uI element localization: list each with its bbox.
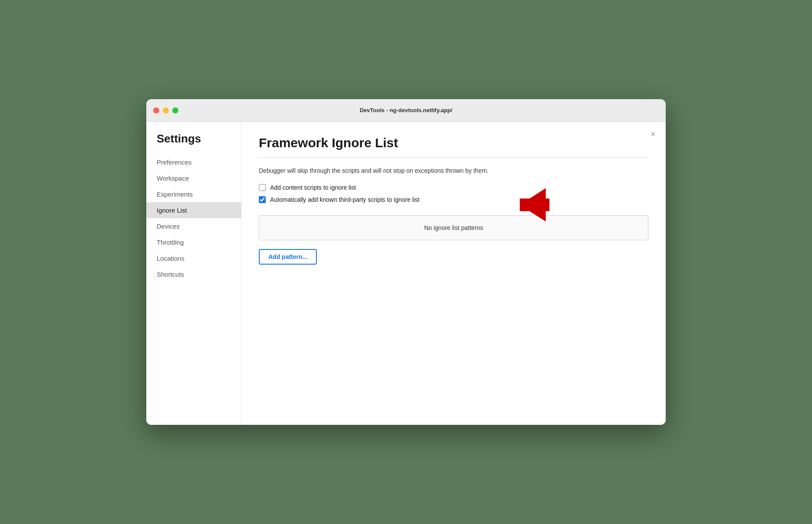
sidebar-item-workspace[interactable]: Workspace — [146, 170, 241, 186]
add-content-scripts-label: Add content scripts to ignore list — [270, 184, 356, 191]
sidebar-item-ignore-list[interactable]: Ignore List — [146, 202, 241, 218]
settings-window: DevTools - ng-devtools.netlify.app/ Sett… — [146, 99, 666, 425]
auto-add-third-party-label: Automatically add known third-party scri… — [270, 196, 419, 203]
add-pattern-button[interactable]: Add pattern... — [259, 249, 317, 265]
window-title: DevTools - ng-devtools.netlify.app/ — [360, 107, 452, 113]
close-button[interactable]: × — [651, 130, 655, 138]
maximize-traffic-light[interactable] — [172, 107, 178, 113]
sidebar-item-throttling[interactable]: Throttling — [146, 234, 241, 250]
add-content-scripts-checkbox[interactable] — [259, 184, 266, 191]
checkbox-row-wrapper: Automatically add known third-party scri… — [259, 196, 419, 208]
minimize-traffic-light[interactable] — [163, 107, 169, 113]
checkbox-row-content-scripts: Add content scripts to ignore list — [259, 184, 648, 191]
titlebar: DevTools - ng-devtools.netlify.app/ — [146, 99, 666, 122]
sidebar-item-locations[interactable]: Locations — [146, 250, 241, 266]
page-title: Framework Ignore List — [259, 136, 648, 150]
close-traffic-light[interactable] — [153, 107, 159, 113]
sidebar-item-shortcuts[interactable]: Shortcuts — [146, 266, 241, 282]
sidebar-item-devices[interactable]: Devices — [146, 218, 241, 234]
auto-add-third-party-checkbox[interactable] — [259, 196, 266, 203]
sidebar-item-experiments[interactable]: Experiments — [146, 186, 241, 202]
section-description: Debugger will skip through the scripts a… — [259, 166, 648, 175]
checkbox-row-third-party: Automatically add known third-party scri… — [259, 196, 419, 203]
patterns-empty-box: No ignore list patterns — [259, 215, 648, 240]
patterns-empty-text: No ignore list patterns — [424, 224, 483, 231]
window-body: Settings Preferences Workspace Experimen… — [146, 122, 666, 425]
traffic-lights — [153, 107, 178, 113]
sidebar: Settings Preferences Workspace Experimen… — [146, 122, 242, 425]
sidebar-item-preferences[interactable]: Preferences — [146, 154, 241, 170]
main-content: × Framework Ignore List Debugger will sk… — [242, 122, 666, 425]
section-divider — [259, 157, 648, 158]
sidebar-heading: Settings — [146, 132, 241, 154]
svg-rect-1 — [520, 198, 550, 211]
